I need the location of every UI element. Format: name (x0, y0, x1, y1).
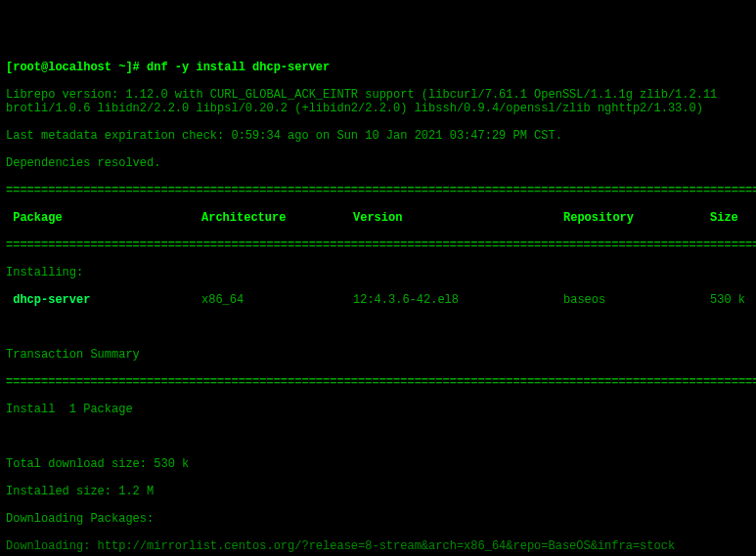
col-package: Package (6, 211, 201, 225)
pkg-size: 530 k (710, 293, 745, 307)
pkg-repo: baseos (563, 293, 710, 307)
installing-label: Installing: (6, 266, 750, 279)
download-url-1: Downloading: http://mirrorlist.centos.or… (6, 539, 750, 553)
separator: ========================================… (6, 184, 750, 197)
col-repo: Repository (563, 211, 710, 225)
separator: ========================================… (6, 375, 750, 389)
pkg-arch: x86_64 (201, 293, 353, 307)
installed-size: Installed size: 1.2 M (6, 485, 750, 498)
table-row: dhcp-serverx86_6412:4.3.6-42.el8baseos53… (6, 293, 750, 307)
col-size: Size (710, 211, 738, 225)
pkg-name: dhcp-server (6, 293, 201, 307)
col-version: Version (353, 211, 563, 225)
blank (6, 430, 750, 444)
install-count: Install 1 Package (6, 403, 750, 416)
pkg-version: 12:4.3.6-42.el8 (353, 293, 563, 307)
librepo-version: Librepo version: 1.12.0 with CURL_GLOBAL… (6, 88, 750, 115)
col-arch: Architecture (201, 211, 353, 225)
blank (6, 321, 750, 334)
downloading-packages: Downloading Packages: (6, 512, 750, 526)
transaction-summary: Transaction Summary (6, 348, 750, 362)
total-download-size: Total download size: 530 k (6, 457, 750, 471)
table-header: PackageArchitectureVersionRepositorySize (6, 211, 750, 225)
shell-prompt: [root@localhost ~]# dnf -y install dhcp-… (6, 61, 750, 74)
deps-resolved: Dependencies resolved. (6, 156, 750, 170)
separator: ========================================… (6, 238, 750, 252)
metadata-check: Last metadata expiration check: 0:59:34 … (6, 129, 750, 143)
